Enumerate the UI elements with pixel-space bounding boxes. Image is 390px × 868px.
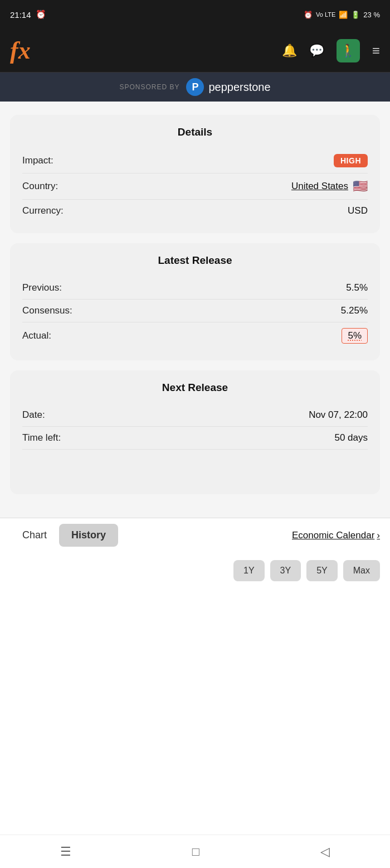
currency-label: Currency: bbox=[22, 205, 64, 216]
previous-value: 5.5% bbox=[346, 282, 368, 293]
bell-icon[interactable]: 🔔 bbox=[282, 44, 297, 58]
chevron-right-icon: › bbox=[377, 530, 380, 541]
date-row: Date: Nov 07, 22:00 bbox=[22, 404, 368, 427]
country-label: Country: bbox=[22, 181, 58, 192]
us-flag: 🇺🇸 bbox=[353, 179, 368, 194]
consensus-row: Consensus: 5.25% bbox=[22, 300, 368, 322]
country-name[interactable]: United States bbox=[291, 181, 348, 192]
actual-label: Actual: bbox=[22, 330, 51, 341]
menu-icon[interactable]: ≡ bbox=[372, 43, 380, 59]
economic-calendar-link[interactable]: Economic Calendar › bbox=[292, 530, 380, 541]
main-content: Details Impact: HIGH Country: United Sta… bbox=[0, 102, 390, 518]
tabs-row: Chart History Economic Calendar › bbox=[0, 518, 390, 552]
time-range-row: 1Y 3Y 5Y Max bbox=[0, 552, 390, 591]
time-left-label: Time left: bbox=[22, 432, 61, 443]
date-label: Date: bbox=[22, 409, 45, 421]
consensus-value: 5.25% bbox=[341, 305, 368, 316]
details-card: Details Impact: HIGH Country: United Sta… bbox=[10, 115, 380, 233]
time-btn-max[interactable]: Max bbox=[343, 560, 380, 581]
sponsor-bar: SPONSORED BY P pepperstone bbox=[0, 73, 390, 102]
country-row: Country: United States 🇺🇸 bbox=[22, 173, 368, 200]
date-value: Nov 07, 22:00 bbox=[309, 409, 368, 421]
time-btn-3y[interactable]: 3Y bbox=[270, 560, 301, 581]
chart-tab[interactable]: Chart bbox=[10, 524, 59, 547]
impact-label: Impact: bbox=[22, 155, 53, 166]
android-back-btn[interactable]: ◁ bbox=[320, 845, 330, 859]
status-time: 21:14 bbox=[10, 10, 31, 20]
nav-icons: 🔔 💬 🚶 ≡ bbox=[282, 39, 380, 62]
time-btn-5y[interactable]: 5Y bbox=[306, 560, 338, 581]
currency-value: USD bbox=[348, 205, 368, 216]
chart-content-area bbox=[0, 591, 390, 692]
currency-row: Currency: USD bbox=[22, 200, 368, 222]
actual-value: 5% bbox=[342, 328, 368, 344]
chat-icon[interactable]: 💬 bbox=[309, 44, 324, 58]
time-left-row: Time left: 50 days bbox=[22, 427, 368, 450]
pepperstone-logo[interactable]: P pepperstone bbox=[186, 78, 270, 96]
alarm2-icon: ⏰ bbox=[304, 11, 313, 19]
android-home-btn[interactable]: □ bbox=[192, 845, 199, 859]
android-menu-btn[interactable]: ☰ bbox=[60, 845, 71, 859]
status-right: ⏰ Vo LTE 📶 🔋 23 % bbox=[304, 11, 380, 19]
battery-percent: 23 % bbox=[363, 11, 380, 19]
country-value: United States 🇺🇸 bbox=[291, 179, 368, 194]
network-icon: Vo LTE bbox=[316, 11, 335, 18]
latest-release-card: Latest Release Previous: 5.5% Consensus:… bbox=[10, 243, 380, 360]
top-nav: fx 🔔 💬 🚶 ≡ bbox=[0, 29, 390, 73]
next-release-title: Next Release bbox=[22, 382, 368, 394]
time-btn-1y[interactable]: 1Y bbox=[233, 560, 265, 581]
previous-label: Previous: bbox=[22, 282, 62, 293]
pepperstone-icon: P bbox=[186, 78, 204, 96]
impact-row: Impact: HIGH bbox=[22, 148, 368, 173]
consensus-label: Consensus: bbox=[22, 305, 72, 316]
exit-icon[interactable]: 🚶 bbox=[337, 39, 360, 62]
app-logo[interactable]: fx bbox=[10, 36, 31, 65]
battery-icon: 🔋 bbox=[351, 11, 360, 19]
alarm-icon: ⏰ bbox=[36, 9, 46, 20]
impact-badge: HIGH bbox=[334, 154, 368, 167]
time-left-value: 50 days bbox=[334, 432, 368, 443]
pepperstone-name: pepperstone bbox=[208, 81, 270, 94]
actual-row: Actual: 5% bbox=[22, 322, 368, 349]
android-nav-bar: ☰ □ ◁ bbox=[0, 835, 390, 868]
history-tab[interactable]: History bbox=[59, 524, 118, 547]
latest-release-title: Latest Release bbox=[22, 254, 368, 267]
status-left: 21:14 ⏰ bbox=[10, 9, 46, 20]
previous-row: Previous: 5.5% bbox=[22, 277, 368, 300]
bottom-tabs-area: Chart History Economic Calendar › 1Y 3Y … bbox=[0, 518, 390, 692]
next-release-card: Next Release Date: Nov 07, 22:00 Time le… bbox=[10, 370, 380, 494]
sponsor-label: SPONSORED BY bbox=[119, 83, 179, 91]
status-bar: 21:14 ⏰ ⏰ Vo LTE 📶 🔋 23 % bbox=[0, 0, 390, 29]
signal-icon: 📶 bbox=[339, 11, 348, 19]
details-title: Details bbox=[22, 126, 368, 138]
